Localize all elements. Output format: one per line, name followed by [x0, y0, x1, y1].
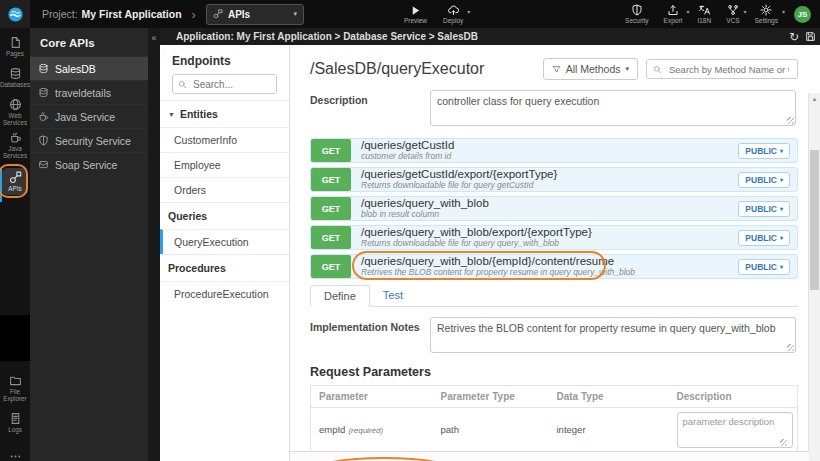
user-avatar[interactable]: JS	[794, 6, 811, 23]
endpoint-item-orders[interactable]: Orders	[160, 177, 289, 202]
export-icon	[667, 4, 679, 16]
rail-item-label: Java Services	[0, 145, 30, 159]
core-api-item-traveldetails[interactable]: traveldetails	[30, 80, 148, 104]
i18n-button[interactable]: I18N	[697, 4, 711, 24]
tab-test[interactable]: Test	[370, 285, 416, 306]
service-title: /SalesDB/queryExecutor	[310, 60, 543, 78]
core-api-item-java-service[interactable]: Java Service	[30, 104, 148, 128]
endpoint-item-customerinfo[interactable]: CustomerInfo	[160, 127, 289, 152]
tab-define[interactable]: Define	[310, 285, 370, 307]
security-button[interactable]: Security	[625, 4, 648, 24]
rail-item-java-services[interactable]: Java Services	[0, 131, 30, 159]
rail-item-databases[interactable]: Databases	[0, 67, 30, 88]
deploy-button[interactable]: ▾ Deploy	[443, 4, 463, 24]
access-dropdown[interactable]: PUBLIC▾	[738, 201, 790, 217]
endpoint-item-employee[interactable]: Employee	[160, 152, 289, 177]
endpoint-item-procedureexecution[interactable]: ProcedureExecution	[160, 281, 289, 306]
api-designer-main: /SalesDB/queryExecutor All Methods ▾ Des…	[290, 45, 820, 461]
access-dropdown[interactable]: PUBLIC▾	[738, 172, 790, 188]
access-label: PUBLIC	[745, 175, 777, 185]
project-label: Project:My First Application	[42, 8, 182, 20]
rail-item-logs[interactable]: Logs	[0, 412, 30, 433]
scroll-up-arrow-icon[interactable]: ▲	[809, 96, 820, 102]
detail-tabs: DefineTest	[310, 285, 798, 307]
access-label: PUBLIC	[745, 233, 777, 243]
impl-notes-field-row: Implementation Notes Retrives the BLOB c…	[310, 317, 798, 353]
impl-notes-input[interactable]: Retrives the BLOB content for property r…	[430, 317, 796, 353]
chevron-down-icon: ▾	[780, 205, 783, 212]
rail-item-pages[interactable]: Pages	[0, 36, 30, 57]
core-api-item-security-service[interactable]: Security Service	[30, 128, 148, 152]
endpoint-list: GET/queries/getCustIdcustomer details fr…	[310, 138, 798, 279]
collapse-panel-button[interactable]: «	[148, 33, 160, 43]
param-row-empid: empId(required)pathinteger	[311, 408, 798, 452]
param-name-cell: empId(required)	[311, 408, 433, 452]
endpoint-group-procedures[interactable]: Procedures	[160, 254, 289, 281]
core-api-label: Java Service	[55, 111, 115, 123]
chevron-down-icon: ▾	[780, 176, 783, 183]
chevron-down-icon: ▾	[293, 10, 297, 18]
refresh-icon[interactable]: ↻	[789, 31, 799, 43]
api-endpoint-row-2[interactable]: GET/queries/query_with_blobblob in resul…	[310, 196, 798, 221]
api-endpoint-row-4[interactable]: GET/queries/query_with_blob/{empId}/cont…	[310, 254, 798, 279]
brand-logo[interactable]	[0, 0, 30, 28]
access-dropdown[interactable]: PUBLIC▾	[738, 230, 790, 246]
description-input[interactable]: controller class for query execution	[430, 90, 796, 126]
search-icon	[653, 65, 662, 74]
access-dropdown[interactable]: PUBLIC▾	[738, 143, 790, 159]
funnel-icon	[552, 65, 561, 74]
export-label: Export	[664, 17, 683, 24]
preview-button[interactable]: Preview	[404, 5, 427, 24]
method-badge: GET	[311, 255, 351, 278]
chevron-down-icon: ▾	[625, 65, 629, 73]
description-label: Description	[310, 90, 430, 126]
endpoint-info: /queries/query_with_blob/export/{exportT…	[351, 226, 602, 249]
preview-label: Preview	[404, 17, 427, 24]
api-endpoint-row-3[interactable]: GET/queries/query_with_blob/export/{expo…	[310, 225, 798, 250]
method-badge: GET	[311, 139, 351, 162]
method-search-input[interactable]	[667, 63, 791, 76]
param-description-input[interactable]	[677, 412, 793, 448]
endpoints-search	[172, 74, 277, 94]
scrollbar-thumb[interactable]	[810, 150, 819, 290]
resize-grip-icon[interactable]	[787, 117, 794, 124]
vertical-scrollbar[interactable]: ▲	[808, 93, 820, 461]
rail-item-file-explorer[interactable]: File Explorer	[0, 374, 30, 402]
chevron-down-icon: ▾	[743, 8, 746, 15]
access-dropdown[interactable]: PUBLIC▾	[738, 259, 790, 275]
core-api-label: SalesDB	[55, 63, 96, 75]
description-field-row: Description controller class for query e…	[310, 90, 798, 126]
endpoint-group-queries[interactable]: Queries	[160, 202, 289, 229]
rail-item-label: Pages	[6, 50, 24, 57]
vcs-button[interactable]: ▾ VCS	[726, 4, 739, 24]
endpoints-panel: Endpoints ▼EntitiesCustomerInfoEmployeeO…	[160, 45, 290, 461]
settings-button[interactable]: ▾ Settings	[755, 4, 779, 24]
module-selector-dropdown[interactable]: APIs ▾	[206, 4, 304, 25]
endpoint-description: Returns downloadable file for query getC…	[361, 181, 557, 190]
resize-grip-icon[interactable]	[787, 344, 794, 351]
i18n-icon	[698, 4, 711, 16]
endpoints-search-input[interactable]	[191, 78, 273, 91]
module-selector-label: APIs	[228, 9, 250, 20]
rail-item-web-services[interactable]: Web Services	[0, 98, 30, 126]
rail-item-apis[interactable]: APIs	[2, 168, 28, 195]
more-dots-icon	[9, 450, 22, 461]
save-icon[interactable]	[805, 31, 816, 42]
api-endpoint-row-0[interactable]: GET/queries/getCustIdcustomer details fr…	[310, 138, 798, 163]
resize-grip-icon[interactable]	[780, 439, 787, 446]
gear-icon	[760, 4, 772, 16]
endpoint-info: /queries/getCustId/export/{exportType}Re…	[351, 168, 567, 191]
top-bar: Project:My First Application › APIs ▾ Pr…	[0, 0, 820, 28]
api-endpoint-row-1[interactable]: GET/queries/getCustId/export/{exportType…	[310, 167, 798, 192]
endpoint-group-entities[interactable]: ▼Entities	[160, 100, 289, 127]
endpoint-description: Retrives the BLOB content for property r…	[361, 268, 635, 277]
breadcrumb-actions: ↻	[789, 31, 816, 43]
methods-filter-dropdown[interactable]: All Methods ▾	[543, 58, 638, 80]
caret-down-icon: ▼	[168, 111, 175, 118]
rail-item-item[interactable]	[0, 450, 30, 461]
export-button[interactable]: ▾ Export	[664, 4, 683, 24]
bottom-divider	[290, 451, 809, 461]
core-api-item-soap-service[interactable]: Soap Service	[30, 152, 148, 176]
endpoint-item-queryexecution[interactable]: QueryExecution	[160, 229, 289, 254]
core-api-item-salesdb[interactable]: SalesDB	[30, 56, 148, 80]
